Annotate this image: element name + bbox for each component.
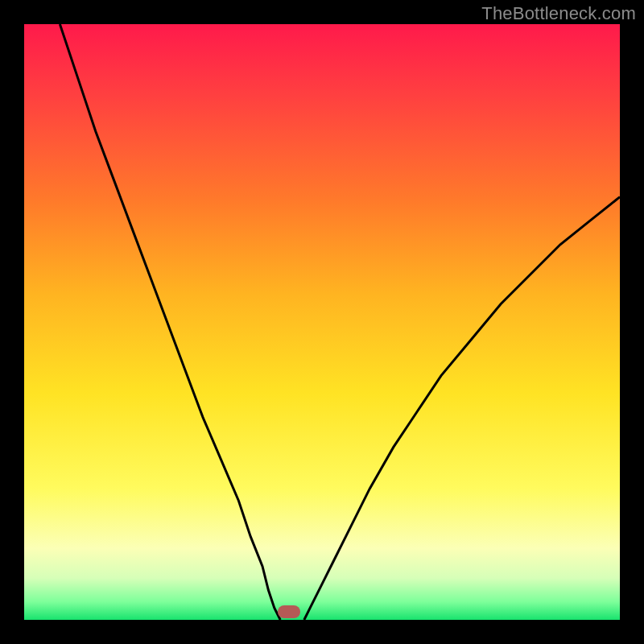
- optimum-marker: [278, 605, 300, 618]
- gradient-background: [24, 24, 620, 620]
- chart-frame: TheBottleneck.com: [0, 0, 644, 644]
- plot-area: [24, 24, 620, 620]
- watermark-text: TheBottleneck.com: [481, 3, 636, 24]
